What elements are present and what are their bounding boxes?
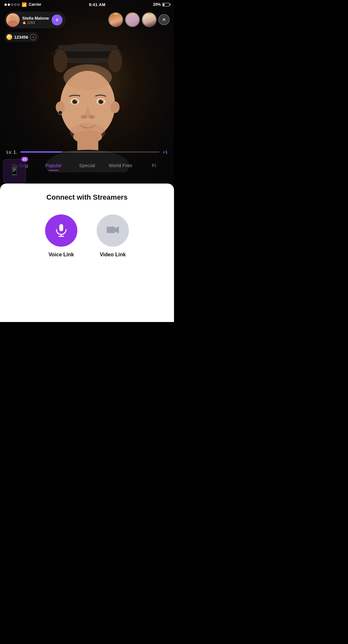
- video-link-group: Video Link: [97, 214, 129, 258]
- avatar-face: [6, 13, 20, 27]
- signal-dot-1: [5, 4, 7, 6]
- video-link-label: Video Link: [100, 252, 126, 258]
- level-label: Lv. 1.: [6, 149, 17, 155]
- coin-count: 123456: [14, 35, 28, 40]
- status-time: 9:41 AM: [89, 2, 105, 7]
- user-card: Stella Malone 🔥 1263 +: [5, 12, 66, 28]
- category-tabs: My Bag Popular Special World Free Fi: [0, 160, 174, 171]
- connect-buttons: Voice Link Video Link: [6, 214, 168, 258]
- add-follow-button[interactable]: +: [52, 14, 63, 25]
- battery-fill: [163, 4, 165, 6]
- level-fill: [20, 151, 62, 153]
- tab-popular[interactable]: Popular: [37, 160, 70, 171]
- level-plus: +1: [163, 150, 168, 155]
- audience-row: 👑 👑 👑 ✕: [108, 12, 169, 27]
- user-avatar: [6, 13, 20, 27]
- level-bar-container: Lv. 1. +1: [0, 149, 174, 155]
- audience-face-2: [126, 13, 139, 26]
- crown-icon-2: 👑: [130, 12, 135, 15]
- voice-link-button[interactable]: [45, 214, 77, 247]
- audience-avatar-2[interactable]: 👑: [125, 12, 140, 27]
- voice-link-group: Voice Link: [45, 214, 77, 258]
- gift-item-1[interactable]: x1 📱: [3, 159, 26, 184]
- video-overlay: Stella Malone 🔥 1263 + 👑 👑 👑 ✕ 123456: [0, 0, 174, 184]
- microphone-icon: [54, 223, 69, 239]
- svg-rect-25: [59, 224, 63, 231]
- user-name: Stella Malone: [22, 16, 49, 21]
- gift-badge-1: x1: [21, 157, 28, 162]
- flame-icon: 🔥: [22, 21, 26, 24]
- bottom-panel: Connect with Streamers Voice Link: [0, 184, 174, 322]
- video-camera-icon: [105, 223, 120, 239]
- status-bar: 📶 Carrier 9:41 AM 20%: [0, 0, 174, 9]
- audience-avatar-1[interactable]: 👑: [108, 12, 123, 27]
- panel-title: Connect with Streamers: [46, 193, 128, 202]
- signal-dot-4: [14, 4, 16, 6]
- gifts-row: x1 📱: [0, 171, 174, 184]
- signal-dot-5: [17, 4, 20, 6]
- carrier-label: Carrier: [29, 2, 41, 7]
- status-left: 📶 Carrier: [5, 2, 41, 7]
- coin-arrow-icon[interactable]: ›: [30, 34, 36, 40]
- svg-rect-28: [107, 227, 115, 233]
- wifi-icon: 📶: [22, 2, 27, 7]
- signal-icon: [5, 4, 20, 6]
- tab-special[interactable]: Special: [70, 160, 104, 171]
- video-link-button[interactable]: [97, 214, 129, 247]
- coins-bar[interactable]: 123456 ›: [5, 32, 39, 42]
- coin-icon: [6, 34, 12, 40]
- tab-fi[interactable]: Fi: [137, 160, 171, 171]
- battery-percent: 20%: [153, 2, 161, 7]
- audience-face-3: [142, 13, 156, 26]
- battery-icon: [162, 3, 169, 6]
- crown-icon-3: 👑: [147, 12, 152, 15]
- audience-face-1: [109, 13, 122, 26]
- user-card-inner: Stella Malone 🔥 1263 +: [5, 12, 66, 28]
- level-track: [20, 151, 160, 153]
- voice-link-label: Voice Link: [49, 252, 74, 258]
- signal-dot-3: [11, 4, 13, 6]
- user-level: 🔥 1263: [22, 21, 49, 24]
- audience-avatar-3[interactable]: 👑: [142, 12, 157, 27]
- crown-icon-1: 👑: [113, 12, 119, 15]
- signal-dot-2: [8, 4, 10, 6]
- status-right: 20%: [153, 2, 169, 7]
- user-info: Stella Malone 🔥 1263: [22, 16, 49, 24]
- close-audience-button[interactable]: ✕: [159, 14, 169, 25]
- tab-world-free[interactable]: World Free: [104, 160, 137, 171]
- gift-emoji-1: 📱: [10, 167, 19, 176]
- user-level-value: 1263: [27, 21, 35, 24]
